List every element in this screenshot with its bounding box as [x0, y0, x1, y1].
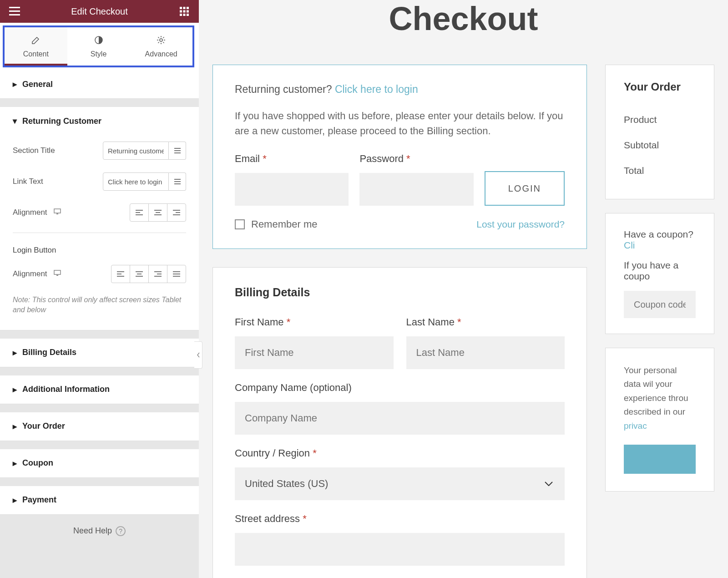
place-order-button[interactable]	[624, 445, 696, 474]
caret-right-icon: ▸	[13, 79, 17, 89]
align-left-button[interactable]	[111, 265, 130, 283]
svg-rect-29	[176, 212, 180, 213]
remember-me-wrapper[interactable]: Remember me	[235, 218, 317, 230]
street-label: Street address *	[235, 513, 565, 525]
last-name-label: Last Name *	[406, 316, 565, 328]
svg-rect-11	[187, 14, 189, 16]
section-general-header[interactable]: ▸ General	[0, 70, 199, 98]
section-billing-title: Billing Details	[22, 348, 76, 357]
email-input[interactable]	[235, 173, 349, 206]
help-label[interactable]: Need Help	[73, 526, 112, 536]
align-right-button[interactable]	[148, 265, 167, 283]
section-title-label: Section Title	[13, 146, 103, 155]
company-label: Company Name (optional)	[235, 382, 565, 394]
coupon-code-input[interactable]	[624, 291, 696, 318]
lost-password-link[interactable]: Lost your password?	[476, 219, 565, 230]
align-center-button[interactable]	[148, 203, 167, 222]
dynamic-icon[interactable]	[169, 142, 186, 160]
svg-rect-41	[154, 276, 162, 277]
align-left-button[interactable]	[130, 203, 149, 222]
hamburger-icon[interactable]	[9, 6, 20, 17]
svg-rect-22	[136, 210, 143, 211]
svg-rect-9	[180, 14, 182, 16]
svg-rect-14	[174, 148, 181, 149]
link-text-label: Link Text	[13, 177, 103, 186]
login-alignment-label: Alignment	[13, 269, 111, 279]
coupon-toggle-link[interactable]: Cli	[624, 240, 635, 250]
alignment-label: Alignment	[13, 208, 130, 217]
preview-pane: Checkout Returning customer? Click here …	[199, 0, 728, 578]
first-name-input[interactable]	[235, 336, 394, 369]
login-button[interactable]: LOGIN	[485, 171, 565, 206]
svg-rect-24	[136, 214, 143, 215]
page-title: Checkout	[212, 0, 714, 37]
svg-rect-28	[173, 210, 180, 211]
align-justify-button[interactable]	[167, 265, 186, 283]
align-center-button[interactable]	[130, 265, 149, 283]
tab-advanced[interactable]: Advanced	[130, 27, 192, 66]
company-input[interactable]	[235, 402, 565, 435]
align-right-button[interactable]	[167, 203, 186, 222]
collapse-sidebar-handle[interactable]	[194, 341, 202, 369]
login-button-sublabel: Login Button	[13, 238, 186, 259]
order-product-row: Product	[624, 107, 696, 132]
svg-rect-38	[136, 276, 143, 277]
responsive-note: Note: This control will only affect scre…	[13, 289, 186, 321]
privacy-link[interactable]: privac	[624, 421, 647, 431]
section-coupon: ▸ Coupon	[0, 449, 199, 478]
svg-rect-44	[173, 276, 180, 277]
caret-right-icon: ▸	[13, 385, 17, 395]
svg-rect-33	[117, 271, 124, 272]
help-icon[interactable]: ?	[116, 526, 126, 536]
dynamic-icon[interactable]	[169, 172, 186, 191]
section-coupon-header[interactable]: ▸ Coupon	[0, 449, 199, 477]
svg-rect-39	[154, 271, 162, 272]
tab-content[interactable]: Content	[5, 27, 67, 66]
svg-rect-4	[183, 7, 185, 9]
section-your-order-header[interactable]: ▸ Your Order	[0, 412, 199, 441]
svg-rect-17	[174, 179, 181, 180]
section-returning-title: Returning Customer	[22, 117, 101, 126]
password-label: Password *	[359, 153, 473, 165]
svg-rect-8	[187, 10, 189, 13]
country-select[interactable]	[235, 467, 565, 500]
section-billing-header[interactable]: ▸ Billing Details	[0, 339, 199, 367]
login-toggle-link[interactable]: Click here to login	[335, 83, 418, 95]
svg-rect-37	[137, 274, 142, 274]
section-title-input[interactable]	[103, 142, 169, 160]
apps-icon[interactable]	[179, 6, 190, 17]
login-alignment-buttons	[111, 265, 186, 283]
last-name-input[interactable]	[406, 336, 565, 369]
section-additional: ▸ Additional Information	[0, 375, 199, 404]
order-title: Your Order	[624, 81, 696, 93]
section-general-title: General	[22, 80, 53, 89]
section-additional-header[interactable]: ▸ Additional Information	[0, 375, 199, 404]
svg-rect-30	[173, 214, 180, 215]
remember-checkbox[interactable]	[235, 219, 245, 229]
svg-rect-36	[136, 271, 143, 272]
order-subtotal-row: Subtotal	[624, 132, 696, 158]
section-payment-header[interactable]: ▸ Payment	[0, 486, 199, 514]
svg-rect-16	[174, 152, 181, 153]
section-returning-header[interactable]: ▾ Returning Customer	[0, 107, 199, 135]
section-your-order-title: Your Order	[22, 421, 65, 431]
svg-rect-35	[117, 276, 124, 277]
section-your-order: ▸ Your Order	[0, 412, 199, 441]
svg-rect-18	[174, 181, 181, 182]
tab-style[interactable]: Style	[67, 27, 130, 66]
svg-rect-31	[54, 270, 61, 274]
sidebar-footer: Need Help ?	[0, 515, 199, 548]
svg-rect-42	[173, 271, 180, 272]
desktop-icon[interactable]	[54, 269, 61, 278]
section-general: ▸ General	[0, 70, 199, 99]
password-input[interactable]	[359, 173, 473, 206]
desktop-icon[interactable]	[54, 208, 61, 217]
contrast-icon	[67, 35, 130, 46]
returning-customer-text: Returning customer? Click here to login	[235, 83, 565, 96]
section-payment-title: Payment	[22, 495, 56, 505]
street-input[interactable]	[235, 533, 565, 566]
link-text-input[interactable]	[103, 172, 169, 191]
privacy-card: Your personal data wil your experience t…	[605, 348, 714, 492]
editor-sidebar: Edit Checkout Content Style	[0, 0, 199, 578]
tabs-highlight-box: Content Style Advanced	[3, 25, 194, 67]
